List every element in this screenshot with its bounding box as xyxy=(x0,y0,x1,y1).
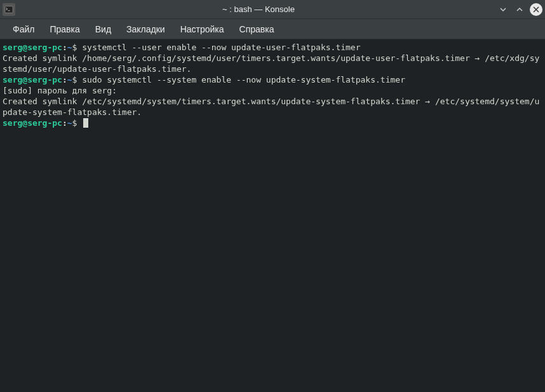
window-controls xyxy=(497,3,542,16)
terminal-line: serg@serg-pc:~$ xyxy=(3,118,542,128)
menubar: Файл Правка Вид Закладки Настройка Справ… xyxy=(0,19,545,39)
close-icon xyxy=(533,6,539,13)
terminal-line: serg@serg-pc:~$ sudo systemctl --system … xyxy=(3,74,542,85)
prompt-path: ~ xyxy=(67,118,72,128)
prompt-colon: : xyxy=(62,75,67,84)
svg-rect-0 xyxy=(5,6,13,13)
prompt-symbol: $ xyxy=(72,118,77,128)
window-title: ~ : bash — Konsole xyxy=(20,4,497,14)
terminal-icon xyxy=(4,5,13,14)
output-text: Created symlink /etc/systemd/system/time… xyxy=(3,96,542,118)
menu-bookmarks[interactable]: Закладки xyxy=(119,20,173,38)
prompt-user-host: serg@serg-pc xyxy=(3,43,62,52)
prompt-user-host: serg@serg-pc xyxy=(3,75,62,84)
menu-edit[interactable]: Правка xyxy=(42,20,87,38)
prompt-user-host: serg@serg-pc xyxy=(3,118,62,128)
prompt-colon: : xyxy=(62,43,67,52)
cursor xyxy=(83,118,88,128)
app-icon xyxy=(3,3,15,16)
terminal-line: serg@serg-pc:~$ systemctl --user enable … xyxy=(3,42,542,53)
close-button[interactable] xyxy=(530,3,542,16)
terminal-area[interactable]: serg@serg-pc:~$ systemctl --user enable … xyxy=(0,39,545,392)
command-text: sudo systemctl --system enable --now upd… xyxy=(77,75,405,84)
command-text: systemctl --user enable --now update-use… xyxy=(77,43,360,52)
chevron-up-icon xyxy=(515,5,524,14)
minimize-button[interactable] xyxy=(497,3,509,16)
menu-view[interactable]: Вид xyxy=(88,20,119,38)
titlebar: ~ : bash — Konsole xyxy=(0,0,545,19)
prompt-colon: : xyxy=(62,118,67,128)
menu-file[interactable]: Файл xyxy=(5,20,42,38)
prompt-path: ~ xyxy=(67,75,72,84)
chevron-down-icon xyxy=(499,5,508,14)
menu-settings[interactable]: Настройка xyxy=(173,20,232,38)
maximize-button[interactable] xyxy=(513,3,526,16)
output-text: [sudo] пароль для serg: xyxy=(3,85,542,96)
menu-help[interactable]: Справка xyxy=(232,20,282,38)
output-text: Created symlink /home/serg/.config/syste… xyxy=(3,53,542,74)
prompt-path: ~ xyxy=(67,43,72,52)
